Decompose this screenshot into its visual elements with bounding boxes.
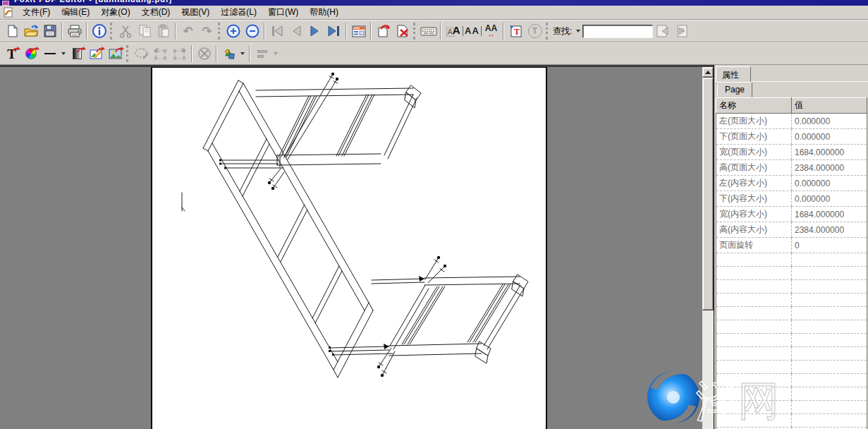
zoom-in-button[interactable] xyxy=(224,22,243,40)
delete-page-button[interactable] xyxy=(393,22,412,40)
empty-row xyxy=(716,401,867,414)
copy-button[interactable] xyxy=(135,22,154,40)
menu-file[interactable]: 文件(F) xyxy=(17,5,56,20)
last-page-button[interactable] xyxy=(324,22,343,40)
empty-row xyxy=(716,347,867,361)
add-text-tool-button[interactable]: T xyxy=(2,44,21,63)
menu-filter[interactable]: 过滤器(L) xyxy=(215,5,262,20)
page-layout-button[interactable] xyxy=(349,22,368,40)
line-style-button[interactable] xyxy=(40,44,59,63)
menu-edit[interactable]: 编辑(E) xyxy=(56,5,95,20)
app-icon xyxy=(2,1,9,6)
next-page-button[interactable] xyxy=(305,22,324,40)
menu-document[interactable]: 文档(D) xyxy=(136,5,176,20)
info-icon xyxy=(92,23,107,39)
zoom-out-button[interactable] xyxy=(243,22,262,40)
prop-value[interactable]: 2384.000000 xyxy=(792,160,867,176)
undo-button[interactable]: ↶ xyxy=(178,22,197,40)
replace-font-icon: A A xyxy=(446,25,460,37)
prop-name: 宽(页面大小) xyxy=(716,145,792,160)
save-floppy-icon xyxy=(43,24,57,38)
paste-button[interactable] xyxy=(154,22,173,40)
prop-name: 下(页面大小) xyxy=(716,129,792,145)
new-button[interactable] xyxy=(2,22,21,40)
prop-value[interactable]: 1684.000000 xyxy=(792,145,867,160)
add-shading-button[interactable] xyxy=(68,44,87,63)
document-menu-icon[interactable] xyxy=(3,7,14,18)
rotate-object-ccw-button[interactable] xyxy=(151,44,170,63)
align-tool-button[interactable] xyxy=(252,44,271,63)
align-dropdown[interactable] xyxy=(274,52,278,55)
paste-icon xyxy=(157,24,171,38)
line-style-dropdown[interactable] xyxy=(61,52,66,55)
find-prev-icon xyxy=(655,24,671,38)
cut-button[interactable] xyxy=(116,22,135,40)
red-arrow-icon xyxy=(11,46,20,53)
red-arrow-icon xyxy=(96,46,105,53)
rotate-object-cw-button[interactable] xyxy=(170,44,189,63)
print-button[interactable] xyxy=(65,22,84,40)
letter-spacing-button[interactable]: AA xyxy=(463,22,482,40)
menu-help[interactable]: 帮助(H) xyxy=(304,5,344,20)
horizontal-scale-icon: AA ↔ xyxy=(485,24,497,38)
prop-value[interactable]: 1684.000000 xyxy=(792,207,867,222)
separator xyxy=(249,45,250,62)
empty-row xyxy=(716,387,867,401)
menu-view[interactable]: 视图(V) xyxy=(176,5,215,20)
rotate-page-icon xyxy=(376,24,391,38)
keyboard-button[interactable] xyxy=(419,22,438,40)
find-dropdown[interactable] xyxy=(576,30,580,32)
undo-icon: ↶ xyxy=(183,25,192,37)
next-page-icon xyxy=(308,25,322,37)
first-page-button[interactable] xyxy=(267,22,286,40)
document-canvas[interactable] xyxy=(0,65,714,429)
menu-object[interactable]: 对象(O) xyxy=(95,5,135,20)
prop-name: 宽(内容大小) xyxy=(716,207,792,222)
delete-object-button[interactable] xyxy=(195,44,214,63)
pdf-page[interactable] xyxy=(151,67,547,429)
scrollbar-track[interactable] xyxy=(702,310,714,429)
up-arrow-icon xyxy=(705,71,711,74)
text-state-button[interactable]: T xyxy=(525,22,544,40)
prop-value[interactable]: 0.000000 xyxy=(792,191,867,207)
edit-object-button[interactable] xyxy=(132,44,151,63)
table-row: 宽(内容大小)1684.000000 xyxy=(716,207,867,222)
prop-value[interactable]: 2384.000000 xyxy=(792,222,867,238)
add-graphic-tool-button[interactable] xyxy=(21,44,40,63)
first-page-icon xyxy=(269,25,285,37)
save-button[interactable] xyxy=(40,22,59,40)
svg-text:T: T xyxy=(514,27,520,37)
empty-row xyxy=(716,361,867,374)
window-title: Foxit PDF Editor - [danliandang.pdf] xyxy=(14,0,172,4)
prev-page-button[interactable] xyxy=(286,22,305,40)
empty-row xyxy=(716,267,867,280)
find-input[interactable] xyxy=(582,25,653,38)
tab-page[interactable]: Page xyxy=(717,82,752,97)
find-next-button[interactable] xyxy=(672,22,691,40)
column-header-name[interactable]: 名称 xyxy=(716,98,792,114)
prop-value[interactable]: 0.000000 xyxy=(792,129,867,145)
find-prev-button[interactable] xyxy=(653,22,672,40)
rotate-ccw-icon xyxy=(153,47,169,61)
insert-text-button[interactable]: T xyxy=(506,22,525,40)
replace-font-button[interactable]: A A xyxy=(444,22,463,40)
empty-row xyxy=(716,320,867,334)
rotate-page-button[interactable] xyxy=(374,22,393,40)
prop-value[interactable]: 0 xyxy=(792,238,867,253)
prop-name: 高(页面大小) xyxy=(716,160,792,176)
separator xyxy=(440,23,441,40)
horizontal-scale-button[interactable]: AA ↔ xyxy=(482,22,501,40)
menu-window[interactable]: 窗口(W) xyxy=(262,5,304,20)
shapes-tool-button[interactable] xyxy=(219,44,238,63)
redo-button[interactable]: ↷ xyxy=(197,22,216,40)
scrollbar-up-button[interactable] xyxy=(702,67,714,78)
prop-value[interactable]: 0.000000 xyxy=(792,114,867,129)
prop-value[interactable]: 0.000000 xyxy=(792,176,867,191)
info-button[interactable] xyxy=(90,22,109,40)
edit-image-button[interactable] xyxy=(87,44,106,63)
open-button[interactable] xyxy=(21,22,40,40)
shapes-dropdown[interactable] xyxy=(240,52,245,55)
column-header-value[interactable]: 值 xyxy=(792,98,867,114)
scrollbar-thumb[interactable] xyxy=(702,78,714,310)
add-image-button[interactable] xyxy=(106,44,125,63)
